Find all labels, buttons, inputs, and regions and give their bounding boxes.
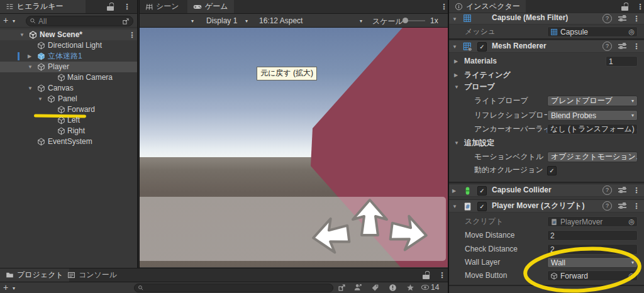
display-caret-icon[interactable]: ▾ — [245, 18, 248, 24]
fold-closed-icon[interactable]: ▶ — [452, 185, 456, 196]
enabled-checkbox[interactable]: ✓ — [477, 42, 487, 52]
help-icon[interactable]: ? — [602, 41, 612, 51]
fold-open-icon[interactable]: ▼ — [454, 138, 459, 148]
kebab-menu-icon[interactable]: ⋮ — [633, 202, 640, 211]
forward-arrow-button[interactable] — [353, 200, 387, 235]
scene-kebab-icon[interactable]: ⋮ — [128, 31, 136, 40]
pick-icon[interactable] — [122, 18, 130, 25]
tag-icon[interactable] — [371, 284, 379, 292]
project-toolbar: + ▾ 14 — [0, 282, 448, 293]
check-distance-field[interactable]: 2 — [547, 244, 638, 255]
light-probes-dropdown[interactable]: ブレンドプローブ ▾ — [547, 96, 638, 106]
tab-inspector[interactable]: インスペクター — [449, 0, 526, 13]
kebab-menu-icon[interactable]: ⋮ — [633, 14, 640, 23]
mesh-object-field[interactable]: Capsule ◎ — [547, 26, 638, 37]
wall-layer-dropdown[interactable]: Wall ▾ — [547, 257, 638, 268]
probes-row[interactable]: ▼ プローブ — [449, 82, 644, 92]
fold-open-icon[interactable]: ▼ — [28, 62, 33, 72]
lock-icon[interactable] — [423, 271, 430, 279]
create-button[interactable]: + — [3, 282, 8, 292]
fold-open-icon[interactable]: ▼ — [19, 30, 25, 40]
enabled-checkbox[interactable]: ✓ — [477, 186, 487, 196]
reflection-probes-dropdown[interactable]: Blend Probes ▾ — [547, 110, 638, 121]
preset-icon[interactable] — [618, 202, 626, 209]
tree-row-eventsystem[interactable]: EventSystem — [0, 136, 137, 147]
tab-hierarchy[interactable]: ヒエラルキー — [0, 0, 86, 13]
scene-header-row[interactable]: ▼ New Scene* ⋮ — [0, 30, 137, 40]
motion-vectors-dropdown[interactable]: オブジェクトモーションごと ▾ — [547, 152, 638, 162]
fold-open-icon[interactable]: ▼ — [452, 41, 457, 52]
lock-icon[interactable] — [107, 3, 114, 11]
help-icon[interactable]: ? — [602, 185, 612, 195]
fold-open-icon[interactable]: ▼ — [454, 82, 459, 92]
scale-slider-knob[interactable] — [402, 18, 408, 23]
kebab-menu-icon[interactable]: ⋮ — [633, 42, 640, 51]
alert-icon[interactable] — [389, 284, 397, 292]
kebab-menu-icon[interactable]: ⋮ — [633, 186, 640, 195]
left-arrow-button[interactable] — [311, 217, 350, 255]
project-search-input[interactable] — [134, 284, 333, 292]
open-external-icon[interactable] — [338, 284, 346, 292]
preset-icon[interactable] — [618, 15, 626, 22]
object-picker-icon[interactable]: ◎ — [628, 28, 635, 35]
tab-console[interactable]: コンソール — [62, 268, 123, 282]
enabled-checkbox[interactable]: ✓ — [477, 202, 487, 211]
tab-scene[interactable]: シーン — [140, 0, 185, 13]
kebab-menu-icon[interactable]: ⋮ — [123, 3, 131, 11]
display-mode-dropdown[interactable]: ▾ — [191, 18, 194, 24]
fold-open-icon[interactable]: ▼ — [452, 14, 457, 25]
fold-open-icon[interactable]: ▼ — [38, 94, 43, 104]
tab-project[interactable]: プロジェクト — [0, 268, 69, 282]
fold-open-icon[interactable]: ▼ — [28, 83, 33, 94]
tab-game[interactable]: ゲーム — [187, 0, 234, 13]
create-caret-icon[interactable]: ▾ — [13, 18, 15, 24]
aspect-dropdown[interactable]: 16:12 Aspect — [259, 16, 303, 25]
fold-closed-icon[interactable]: ▶ — [28, 51, 31, 62]
create-caret-icon[interactable]: ▾ — [13, 285, 15, 291]
kebab-menu-icon[interactable]: ⋮ — [438, 271, 446, 280]
kebab-menu-icon[interactable]: ⋮ — [636, 3, 644, 11]
tree-row-panel[interactable]: ▼ Panel — [0, 94, 137, 104]
mesh-filter-header[interactable]: ▼ Capsule (Mesh Filter) ? ⋮ — [449, 13, 644, 25]
move-button-field[interactable]: Forward ◎ — [547, 270, 638, 281]
lighting-row[interactable]: ▶ ライティング — [449, 70, 644, 80]
fold-closed-icon[interactable]: ▶ — [454, 70, 458, 80]
mesh-renderer-header[interactable]: ▼ ✓ Mesh Renderer ? ⋮ — [449, 40, 644, 53]
dynamic-occlusion-checkbox[interactable]: ✓ — [547, 166, 557, 175]
preset-icon[interactable] — [618, 43, 626, 50]
collab-person-icon[interactable] — [353, 283, 362, 292]
materials-row[interactable]: ▶ Materials 1 — [449, 56, 644, 67]
game-kebab-icon[interactable]: ⋮ — [440, 3, 448, 11]
help-icon[interactable]: ? — [602, 14, 612, 23]
object-picker-icon[interactable]: ◎ — [628, 218, 635, 225]
display-dropdown[interactable]: Display 1 — [206, 16, 237, 25]
eye-icon[interactable] — [421, 283, 430, 292]
additional-settings-row[interactable]: ▼ 追加設定 — [449, 138, 644, 148]
create-button[interactable]: + — [3, 15, 8, 25]
right-arrow-button[interactable] — [389, 214, 428, 252]
tree-row-right[interactable]: Right — [0, 126, 137, 136]
tree-row-maze-prefab[interactable]: ▶ 立体迷路1 — [0, 51, 137, 62]
capsule-collider-header[interactable]: ▶ ✓ Capsule Collider ? ⋮ — [449, 184, 644, 197]
materials-count-field[interactable]: 1 — [606, 56, 638, 67]
tree-row-left[interactable]: Left — [0, 115, 137, 126]
aspect-caret-icon[interactable]: ▾ — [360, 18, 362, 24]
star-icon[interactable] — [406, 284, 414, 292]
move-distance-field[interactable]: 2 — [547, 230, 638, 241]
hierarchy-search-input[interactable]: All — [26, 16, 133, 26]
anchor-override-field[interactable]: なし (トランスフォーム) ◎ — [547, 124, 638, 135]
player-mover-header[interactable]: ▼ ✓ Player Mover (スクリプト) ? ⋮ — [449, 199, 644, 213]
object-picker-icon[interactable]: ◎ — [637, 126, 638, 133]
tree-row-forward[interactable]: Forward — [0, 104, 137, 115]
fold-open-icon[interactable]: ▼ — [452, 201, 457, 212]
preset-icon[interactable] — [618, 187, 626, 194]
help-icon[interactable]: ? — [602, 201, 612, 211]
script-object-field[interactable]: PlayerMover ◎ — [547, 216, 638, 227]
tree-row-main-camera[interactable]: Main Camera — [0, 72, 137, 83]
tree-row-canvas[interactable]: ▼ Canvas — [0, 83, 137, 94]
object-picker-icon[interactable]: ◎ — [628, 272, 635, 279]
tree-row-directional-light[interactable]: Directional Light — [0, 40, 137, 51]
lock-icon[interactable] — [621, 3, 628, 11]
fold-closed-icon[interactable]: ▶ — [454, 56, 458, 67]
tree-row-player-selected[interactable]: ▼ Player — [0, 62, 137, 72]
